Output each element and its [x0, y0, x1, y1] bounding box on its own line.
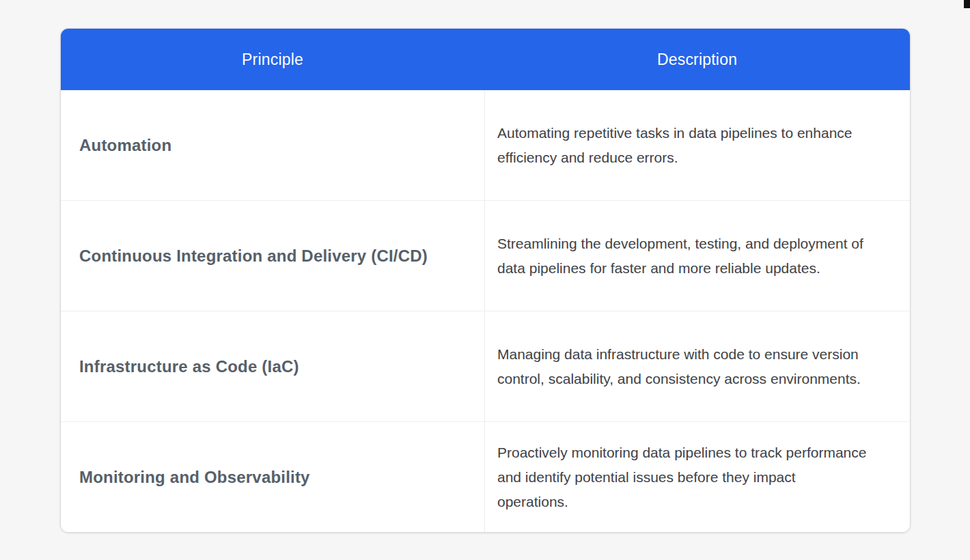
table-row: Monitoring and Observability Proactively…	[61, 421, 910, 532]
corner-artifact	[964, 0, 970, 8]
principle-cell: Automation	[61, 90, 484, 200]
table-row: Automation Automating repetitive tasks i…	[61, 90, 910, 200]
description-cell: Automating repetitive tasks in data pipe…	[484, 90, 910, 200]
table-row: Infrastructure as Code (IaC) Managing da…	[61, 311, 910, 421]
description-cell: Managing data infrastructure with code t…	[484, 311, 910, 421]
principle-cell: Infrastructure as Code (IaC)	[61, 311, 484, 421]
column-header-principle: Principle	[61, 29, 484, 90]
table-header-row: Principle Description	[61, 29, 910, 90]
principles-table-card: Principle Description Automation Automat…	[60, 28, 911, 533]
principle-cell: Monitoring and Observability	[61, 422, 484, 532]
description-cell: Proactively monitoring data pipelines to…	[484, 422, 910, 532]
principle-cell: Continuous Integration and Delivery (CI/…	[61, 201, 484, 311]
column-header-description: Description	[484, 29, 910, 90]
table-row: Continuous Integration and Delivery (CI/…	[61, 200, 910, 311]
description-cell: Streamlining the development, testing, a…	[484, 201, 910, 311]
